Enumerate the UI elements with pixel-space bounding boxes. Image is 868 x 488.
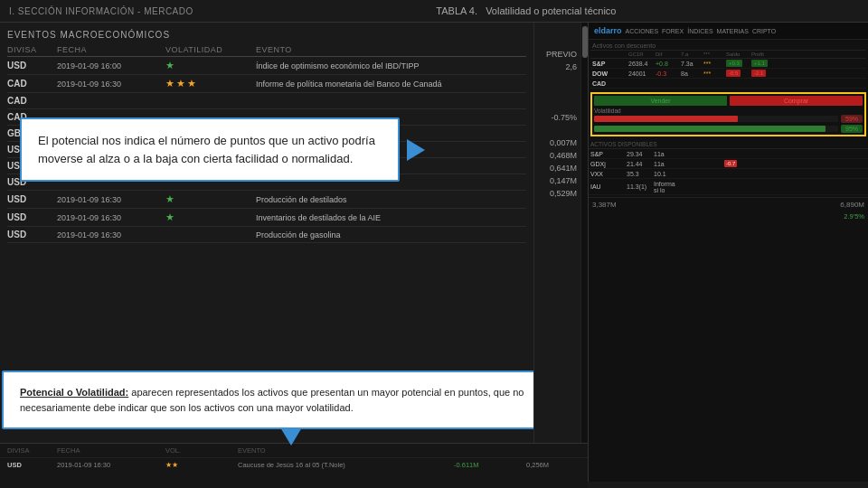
platform-row: IAU 11.3(1) Informa si lo [589, 179, 868, 195]
platform-section-label: ACTIVOS DISPONIBLES [589, 140, 868, 149]
platform-row: VXX 35.3 10.1 [589, 169, 868, 179]
bottom-evento: Caucuse de Jesús 16 al 05 (T.Nole) [238, 461, 454, 469]
evento-cell: Informe de política monetaria del Banco … [256, 80, 526, 89]
page-header: I. SECCIÓN INFORMACIÓN - MERCADO TABLA 4… [0, 0, 868, 23]
platform-ticker: CAD [592, 80, 628, 87]
platform-highlight-box: Vender Comprar Volatilidad 59% [590, 92, 866, 136]
tooltip-arrow [407, 139, 425, 161]
vol-bar-1 [594, 116, 738, 122]
platform-ticker: S&P [592, 61, 628, 67]
platform-tab[interactable]: ÍNDICES [687, 28, 712, 34]
table-row: USD 2019-01-09 16:30 ★ Inventarios de de… [7, 209, 526, 227]
fecha-cell: 2019-01-09 16:30 [57, 80, 165, 89]
platform-panel: eldarro ACCIONES FOREX ÍNDICES MATERIAS … [588, 23, 868, 482]
progress-badge-green: 95% [841, 125, 863, 133]
right-val: 0,468M [550, 149, 577, 162]
platform-tab[interactable]: MATERIAS [717, 28, 749, 34]
section-title: EVENTOS MACROECONÓMICOS [7, 30, 526, 40]
right-val [574, 86, 577, 99]
vol-bar-2 [594, 126, 826, 132]
platform-pct: 2.9'5% [589, 211, 868, 221]
tooltip-arrow-down [280, 427, 302, 446]
sell-button[interactable]: Comprar [730, 96, 863, 106]
table-row: USD 2019-01-09 16:30 Producción de gasol… [7, 227, 526, 243]
divisa-cell: USD [7, 230, 57, 239]
volatilidad-cell: ★ [165, 60, 256, 71]
right-val [574, 124, 577, 136]
table-row: USD 2019-01-09 16:30 ★ Producción de des… [7, 191, 526, 209]
platform-row: CAD [590, 79, 866, 89]
tooltip-bold-label: Potencial o Volatilidad: [20, 387, 128, 398]
platform-row: S&P 29.34 11a [589, 149, 868, 159]
platform-lower-table: ACTIVOS DISPONIBLES S&P 29.34 11a GDXj 2… [589, 140, 868, 195]
evento-cell: Inventarios de destilados de la AIE [256, 213, 526, 222]
table-row: CAD 2019-01-09 16:30 ★★★ Informe de polí… [7, 75, 526, 93]
bottom-vol: ★★ [165, 461, 238, 469]
scrollbar-thumb[interactable] [582, 26, 588, 58]
platform-tab[interactable]: CRIPTO [752, 28, 776, 34]
fecha-cell: 2019-01-09 16:30 [57, 195, 165, 204]
divisa-cell: USD [7, 61, 57, 70]
table-section: EVENTOS MACROECONÓMICOS DIVISA FECHA VOL… [0, 23, 533, 482]
platform-row: S&P 2638.4 +0.8 7.3a *** +0.3 +1.1 [590, 59, 866, 69]
volatilidad-cell: ★ [165, 211, 256, 223]
right-values-column: PREVIO 2,6 -0.75% 0,007M 0,468M 0,641M 0… [533, 23, 580, 482]
divisa-cell: CAD [7, 79, 57, 89]
progress-badge-red: 59% [841, 115, 863, 123]
main-content: EVENTOS MACROECONÓMICOS DIVISA FECHA VOL… [0, 23, 868, 482]
col-fecha: FECHA [57, 45, 165, 54]
divisa-cell: USD [7, 194, 57, 204]
fecha-cell: 2019-01-09 16:30 [57, 230, 165, 239]
platform-filter-bar: Activos con descuento [590, 42, 866, 51]
bottom-header-row: DIVISA FECHA VOL. EVENTO [0, 444, 588, 458]
right-val: 0,147M [550, 174, 577, 187]
volatilidad-cell: ★★★ [165, 78, 256, 89]
platform-tab[interactable]: ACCIONES [626, 28, 659, 34]
right-val [574, 99, 577, 111]
evento-cell: Producción de destilados [256, 195, 526, 204]
table-label: TABLA 4. Volatilidad o potencial técnico [193, 5, 859, 16]
platform-main: Activos con descuento GC1R Dif 7.a *** S… [589, 40, 868, 477]
right-val: 0,529M [550, 187, 577, 200]
platform-tab[interactable]: FOREX [662, 28, 684, 34]
right-val [574, 73, 577, 86]
col-volatilidad: VOLATILIDAD [165, 45, 256, 54]
total-val: 6,890M [840, 201, 864, 209]
right-val: 2,6 [565, 61, 577, 73]
platform-action-buttons: Vender Comprar [594, 96, 863, 106]
table-header: DIVISA FECHA VOLATILIDAD EVENTO [7, 43, 526, 57]
bottom-v2: 0,256M [526, 461, 580, 469]
tooltip-potencial: El potencial nos indica el número de pun… [20, 117, 400, 182]
table-row: CAD [7, 93, 526, 109]
right-val: -0.75% [551, 111, 577, 124]
scrollbar[interactable] [580, 23, 588, 482]
bottom-fecha: 2019-01-09 16:30 [57, 461, 165, 469]
platform-col-headers: GC1R Dif 7.a *** Saldo Profit [590, 51, 866, 59]
divisa-cell: CAD [7, 96, 57, 106]
bottom-data-row: USD 2019-01-09 16:30 ★★ Caucuse de Jesús… [0, 458, 588, 472]
tooltip-volatilidad: Potencial o Volatilidad: aparecen repres… [2, 371, 533, 429]
bottom-divisa: USD [7, 461, 57, 469]
platform-header: eldarro ACCIONES FOREX ÍNDICES MATERIAS … [589, 23, 868, 40]
evento-cell: Índice de optimismo económico del IBD/TI… [256, 61, 526, 70]
bottom-bar: DIVISA FECHA VOL. EVENTO USD 2019-01-09 … [0, 443, 588, 488]
platform-logo: eldarro [594, 26, 622, 35]
divisa-cell: USD [7, 212, 57, 222]
tooltip-text: El potencial nos indica el número de pun… [38, 134, 375, 165]
platform-data-section: Activos con descuento GC1R Dif 7.a *** S… [589, 40, 868, 90]
breadcrumb: I. SECCIÓN INFORMACIÓN - MERCADO [9, 6, 193, 16]
progress-row-1: 59% [594, 115, 863, 123]
total-label: 3,387M [592, 201, 617, 209]
fecha-cell: 2019-01-09 16:30 [57, 213, 165, 222]
platform-row: DOW 24001 -0.3 8a *** -0.5 -2.1 [590, 69, 866, 79]
platform-tabs: ACCIONES FOREX ÍNDICES MATERIAS CRIPTO [626, 28, 777, 34]
buy-button[interactable]: Vender [594, 96, 727, 106]
bottom-v1: -0.611M [454, 461, 526, 469]
vol-label: Volatilidad [594, 108, 863, 114]
table-row: USD 2019-01-09 16:00 ★ Índice de optimis… [7, 57, 526, 75]
right-val: PREVIO [546, 48, 577, 61]
col-evento: EVENTO [256, 45, 526, 54]
volatilidad-cell: ★ [165, 193, 256, 205]
progress-row-2: 95% [594, 125, 863, 133]
platform-ticker: DOW [592, 70, 628, 77]
